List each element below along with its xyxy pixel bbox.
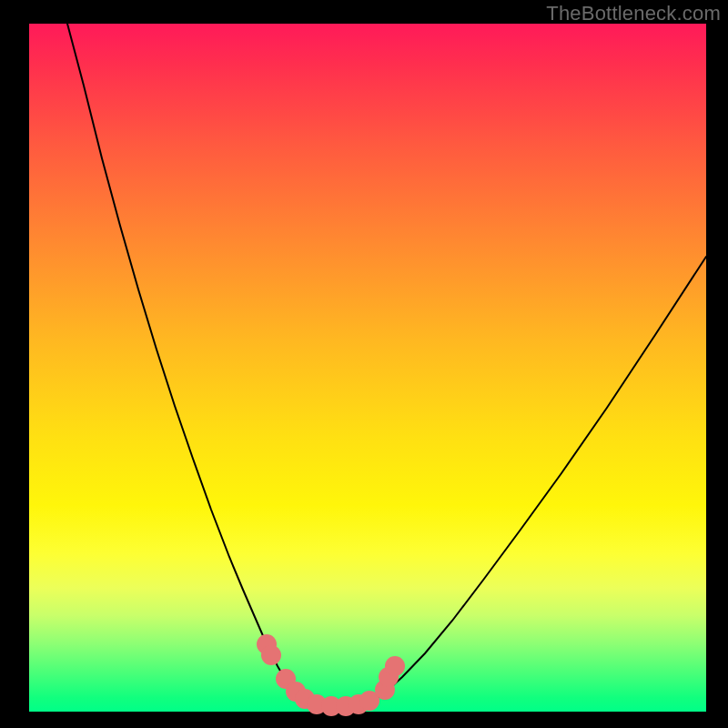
valley-dot [261,645,281,665]
watermark-text: TheBottleneck.com [546,2,721,25]
bottleneck-curve [67,24,706,706]
chart-svg [29,24,706,712]
plot-area [29,24,706,712]
outer-frame: TheBottleneck.com [0,0,728,728]
valley-dot [385,656,405,676]
valley-dots-group [257,634,405,716]
